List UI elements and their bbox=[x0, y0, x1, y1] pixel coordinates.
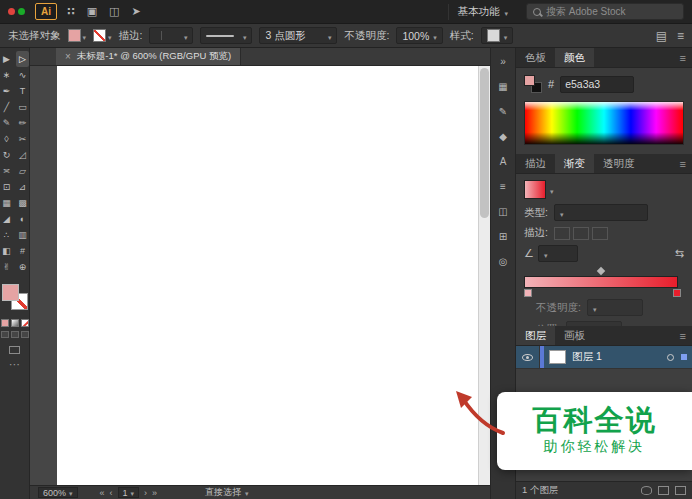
hand-tool[interactable]: ✌ bbox=[0, 259, 13, 275]
next-artboard-icon[interactable] bbox=[144, 488, 147, 498]
angle-value-select[interactable] bbox=[538, 245, 578, 262]
magic-wand-tool[interactable]: ∗ bbox=[0, 67, 13, 83]
symbols-panel-icon[interactable]: ◆ bbox=[494, 128, 512, 144]
shape-builder-tool[interactable]: ⊡ bbox=[0, 179, 13, 195]
tab-swatches[interactable]: 色板 bbox=[516, 48, 555, 67]
stroke-gradient-across-icon[interactable] bbox=[592, 227, 608, 240]
width-tool[interactable]: ≍ bbox=[0, 163, 13, 179]
mesh-tool[interactable]: ▦ bbox=[0, 195, 13, 211]
draw-inside-button[interactable] bbox=[21, 331, 29, 338]
previous-artboard-icon[interactable] bbox=[110, 488, 113, 498]
paintbrush-tool[interactable]: ✎ bbox=[0, 115, 13, 131]
gradient-opacity-select[interactable] bbox=[587, 299, 643, 316]
color-button[interactable] bbox=[1, 319, 9, 327]
new-layer-icon[interactable] bbox=[658, 486, 669, 495]
tab-transparency[interactable]: 透明度 bbox=[594, 154, 644, 173]
tab-color[interactable]: 颜色 bbox=[555, 48, 594, 67]
swatches-panel-icon[interactable]: ▦ bbox=[494, 78, 512, 94]
canvas-area[interactable] bbox=[30, 66, 490, 485]
color-fill-stroke-indicator[interactable] bbox=[524, 75, 542, 93]
scissors-tool[interactable]: ✂ bbox=[16, 131, 29, 147]
stock-search[interactable] bbox=[526, 3, 684, 20]
visibility-toggle[interactable] bbox=[516, 346, 540, 368]
draw-behind-button[interactable] bbox=[11, 331, 19, 338]
gradient-type-select[interactable] bbox=[554, 204, 648, 221]
gradient-button[interactable] bbox=[11, 319, 19, 327]
gradient-stop-end[interactable] bbox=[673, 289, 681, 297]
free-transform-tool[interactable]: ▱ bbox=[16, 163, 29, 179]
stroke-profile-select[interactable] bbox=[200, 27, 252, 44]
direct-selection-tool[interactable]: ▷ bbox=[16, 51, 29, 67]
gradient-tool[interactable]: ▩ bbox=[16, 195, 29, 211]
align-panel-icon[interactable]: ▤ bbox=[656, 29, 667, 43]
rotate-tool[interactable]: ↻ bbox=[0, 147, 13, 163]
artboard-tool[interactable]: ◧ bbox=[0, 243, 13, 259]
toolbar-more-icon[interactable] bbox=[9, 358, 20, 371]
delete-layer-icon[interactable] bbox=[675, 486, 686, 495]
apps-grid-icon[interactable]: ∷ bbox=[67, 5, 75, 18]
collapse-panels-icon[interactable]: » bbox=[494, 53, 512, 69]
none-button[interactable] bbox=[21, 319, 29, 327]
brushes-panel-icon[interactable]: ✎ bbox=[494, 103, 512, 119]
status-tool-indicator[interactable]: 直接选择 bbox=[205, 486, 249, 499]
panel-menu-icon[interactable] bbox=[680, 158, 686, 170]
appearance-panel-icon[interactable]: ◎ bbox=[494, 253, 512, 269]
eyedropper-tool[interactable]: ◢ bbox=[0, 211, 13, 227]
character-panel-icon[interactable]: A bbox=[494, 153, 512, 169]
make-mask-icon[interactable] bbox=[641, 486, 652, 495]
fill-swatch[interactable] bbox=[2, 284, 19, 301]
arrange-documents-icon[interactable]: ◫ bbox=[109, 5, 119, 18]
document-tab[interactable]: 未标题-1* @ 600% (RGB/GPU 预览) bbox=[56, 48, 241, 65]
eraser-tool[interactable]: ◊ bbox=[0, 131, 13, 147]
blend-tool[interactable]: ◐ bbox=[16, 211, 29, 227]
stroke-gradient-within-icon[interactable] bbox=[554, 227, 570, 240]
zoom-level-select[interactable]: 600% bbox=[38, 487, 78, 498]
scale-tool[interactable]: ◿ bbox=[16, 147, 29, 163]
type-tool[interactable]: T bbox=[16, 83, 29, 99]
artboard-number-select[interactable]: 1 bbox=[118, 487, 140, 498]
share-icon[interactable]: ➤ bbox=[131, 5, 140, 18]
tab-gradient[interactable]: 渐变 bbox=[555, 154, 594, 173]
gradient-stop-start[interactable] bbox=[524, 289, 532, 297]
slice-tool[interactable]: # bbox=[16, 243, 29, 259]
selection-tool[interactable]: ▶ bbox=[0, 51, 13, 67]
lasso-tool[interactable]: ∿ bbox=[16, 67, 29, 83]
close-icon[interactable] bbox=[65, 51, 71, 62]
transform-panel-icon[interactable]: ◫ bbox=[494, 203, 512, 219]
panel-menu-icon[interactable] bbox=[680, 52, 686, 64]
brush-select[interactable]: 3 点圆形 bbox=[259, 27, 337, 44]
pen-tool[interactable]: ✒ bbox=[0, 83, 13, 99]
workspace-switcher[interactable]: 基本功能 bbox=[448, 4, 516, 20]
reverse-gradient-icon[interactable] bbox=[675, 247, 684, 260]
paragraph-panel-icon[interactable]: ≡ bbox=[494, 178, 512, 194]
gradient-slider[interactable] bbox=[524, 268, 684, 295]
tab-artboards[interactable]: 画板 bbox=[555, 326, 594, 345]
hex-input[interactable] bbox=[560, 76, 634, 93]
style-select[interactable] bbox=[481, 27, 514, 44]
gradient-bar[interactable] bbox=[524, 276, 678, 288]
scrollbar-thumb[interactable] bbox=[480, 68, 489, 218]
symbol-sprayer-tool[interactable]: ∴ bbox=[0, 227, 13, 243]
stroke-weight-select[interactable] bbox=[149, 27, 193, 44]
zoom-tool[interactable]: ⊕ bbox=[16, 259, 29, 275]
tab-layers[interactable]: 图层 bbox=[516, 326, 555, 345]
layer-thumbnail[interactable] bbox=[549, 350, 566, 364]
column-graph-tool[interactable]: ▥ bbox=[16, 227, 29, 243]
layer-row[interactable]: 图层 1 bbox=[516, 346, 692, 369]
draw-normal-button[interactable] bbox=[1, 331, 9, 338]
first-artboard-icon[interactable] bbox=[100, 488, 105, 498]
bridge-icon[interactable]: ▣ bbox=[87, 5, 97, 18]
rectangle-tool[interactable]: ▭ bbox=[16, 99, 29, 115]
pencil-tool[interactable]: ✏ bbox=[16, 115, 29, 131]
opacity-select[interactable]: 100% bbox=[396, 27, 442, 44]
fill-color-control[interactable] bbox=[68, 29, 87, 42]
color-spectrum[interactable] bbox=[524, 101, 684, 145]
line-segment-tool[interactable]: ╱ bbox=[0, 99, 13, 115]
gradient-thumbnail[interactable] bbox=[524, 180, 546, 199]
window-controls-icon[interactable] bbox=[8, 8, 25, 15]
panel-menu-icon[interactable] bbox=[680, 330, 686, 342]
gradient-midpoint-handle[interactable] bbox=[596, 267, 604, 275]
search-input[interactable] bbox=[546, 6, 666, 17]
artboard[interactable] bbox=[57, 66, 478, 485]
controlbar-menu-icon[interactable]: ≡ bbox=[677, 29, 684, 43]
